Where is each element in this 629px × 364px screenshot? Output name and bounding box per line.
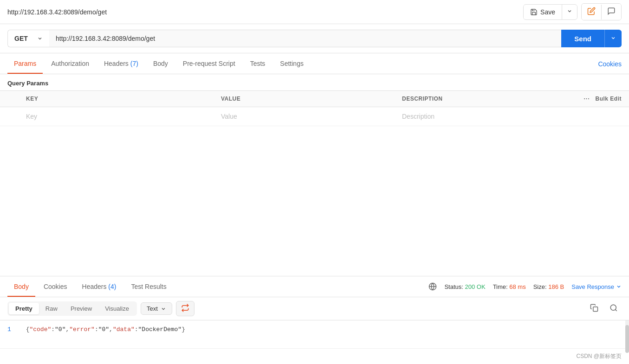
search-button[interactable] [606,301,622,316]
tab-body[interactable]: Body [147,53,175,74]
row-description[interactable]: Description [395,107,629,126]
chevron-down-icon [567,8,572,14]
comment-icon [607,7,616,15]
text-format-chevron-icon [161,306,166,312]
copy-icon [590,304,598,312]
pencil-icon [587,7,596,15]
row-value[interactable]: Value [214,107,395,126]
request-tabs: Params Authorization Headers (7) Body Pr… [0,53,629,74]
status-value: 200 OK [465,283,486,290]
edit-icon-button[interactable] [582,4,601,20]
time-value: 68 ms [509,283,525,290]
svg-rect-2 [593,307,598,311]
search-icon [610,304,618,312]
code-value-data: "DockerDemo" [138,326,182,333]
send-button[interactable]: Send [561,30,604,47]
format-tab-pretty[interactable]: Pretty [9,303,39,314]
method-label: GET [14,35,28,42]
format-tab-preview[interactable]: Preview [64,303,98,314]
globe-icon [428,282,437,291]
bulk-edit-button[interactable]: Bulk Edit [595,96,622,102]
col-desc-header: DESCRIPTION ··· Bulk Edit [395,91,629,107]
title-actions: Save [523,3,622,20]
headers-count: (7) [130,60,138,67]
save-response-button[interactable]: Save Response [571,283,622,290]
request-bar: GET Send [0,24,629,53]
line-number: 1 [7,326,11,333]
size-value: 186 B [548,283,564,290]
resp-body-toolbar: Pretty Raw Preview Visualize Text [0,297,629,320]
col-check [0,91,19,107]
row-check [0,107,19,126]
code-value-code: "0" [55,326,65,333]
response-section: Body Cookies Headers (4) Test Results St… [0,276,629,364]
status-label-text: Status: 200 OK [444,283,485,290]
resp-tab-test-results[interactable]: Test Results [124,276,173,297]
resp-tab-body[interactable]: Body [7,276,35,297]
spacer [0,126,629,276]
copy-button[interactable] [586,301,602,316]
col-key-header: KEY [19,91,214,107]
query-params-section: Query Params KEY VALUE DESCRIPTION ··· B… [0,74,629,126]
save-dropdown-button[interactable] [562,5,577,19]
col-value-header: VALUE [214,91,395,107]
footer: CSDN @新标签页 [0,348,629,364]
comment-icon-button[interactable] [602,4,621,20]
wrap-icon [181,304,189,312]
save-label: Save [540,8,555,16]
icon-btn-group [581,3,622,20]
text-format-dropdown[interactable]: Text [141,302,172,315]
send-chevron-icon [610,35,616,41]
tab-pre-request-script[interactable]: Pre-request Script [176,53,242,74]
wrap-button[interactable] [176,301,195,316]
save-response-chevron-icon [616,284,622,289]
scrollbar-thumb[interactable] [625,325,629,353]
code-key-error: "error" [69,326,95,333]
tab-headers[interactable]: Headers (7) [97,53,145,74]
response-status: Status: 200 OK Time: 68 ms Size: 186 B S… [428,282,622,291]
resp-tab-headers[interactable]: Headers (4) [76,276,123,297]
text-format-label: Text [147,305,158,312]
tab-authorization[interactable]: Authorization [45,53,96,74]
save-button[interactable]: Save [524,5,562,19]
format-tab-raw[interactable]: Raw [39,303,64,314]
format-tab-visualize[interactable]: Visualize [98,303,136,314]
scrollbar-area [625,320,629,348]
resp-tab-cookies[interactable]: Cookies [37,276,74,297]
code-key-code: "code" [29,326,51,333]
save-btn-group: Save [523,4,577,20]
tab-params[interactable]: Params [7,53,43,74]
method-select[interactable]: GET [7,30,49,47]
method-chevron-icon [37,36,43,41]
save-icon [530,8,538,16]
code-value-error: "0" [98,326,109,333]
more-options-icon[interactable]: ··· [584,96,590,102]
query-params-title: Query Params [0,74,629,90]
title-bar: http://192.168.3.42:8089/demo/get Save [0,0,629,24]
svg-line-4 [615,309,616,311]
tab-cookies[interactable]: Cookies [598,54,622,73]
format-tabs: Pretty Raw Preview Visualize [7,301,137,316]
svg-point-3 [610,305,616,310]
send-btn-group: Send [561,30,622,47]
title-url: http://192.168.3.42:8089/demo/get [7,8,107,16]
resp-headers-count: (4) [108,283,116,290]
code-area: 1 {"code":"0","error":"0","data":"Docker… [0,320,629,348]
params-table-header: KEY VALUE DESCRIPTION ··· Bulk Edit [0,91,629,107]
code-content: {"code":"0","error":"0","data":"DockerDe… [26,326,185,333]
params-table: KEY VALUE DESCRIPTION ··· Bulk Edit [0,90,629,126]
response-tabs: Body Cookies Headers (4) Test Results St… [0,276,629,297]
size-label-text: Size: 186 B [533,283,564,290]
url-input[interactable] [49,30,561,47]
table-row: Key Value Description [0,107,629,126]
resp-actions [586,301,622,316]
send-dropdown-button[interactable] [605,31,622,47]
tab-tests[interactable]: Tests [244,53,272,74]
tab-settings[interactable]: Settings [273,53,310,74]
bulk-edit-area: DESCRIPTION ··· Bulk Edit [402,96,622,102]
row-key[interactable]: Key [19,107,214,126]
main-layout: http://192.168.3.42:8089/demo/get Save [0,0,629,364]
code-key-data: "data" [113,326,135,333]
time-label-text: Time: 68 ms [493,283,526,290]
